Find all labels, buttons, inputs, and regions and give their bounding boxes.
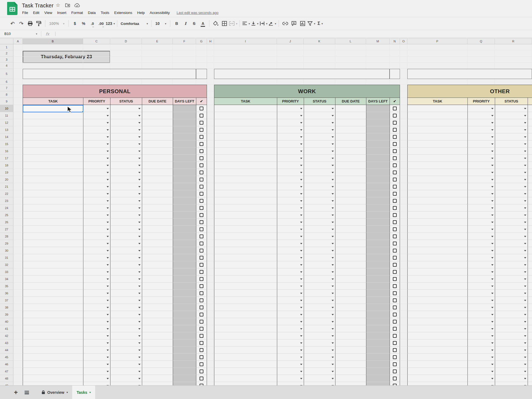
check-cell[interactable] (390, 119, 400, 126)
dropdown-arrow-icon[interactable] (332, 286, 334, 287)
dropdown-arrow-icon[interactable] (300, 257, 302, 259)
task-checkbox[interactable] (200, 263, 203, 267)
dropdown-arrow-icon[interactable] (300, 300, 302, 301)
due-date-cell[interactable] (528, 318, 532, 325)
status-cell[interactable] (110, 275, 142, 283)
dropdown-arrow-icon[interactable] (107, 172, 109, 173)
row-header-43[interactable]: 43 (0, 339, 13, 347)
dropdown-arrow-icon[interactable] (300, 222, 302, 223)
column-header-H[interactable]: H (207, 38, 214, 44)
task-checkbox[interactable] (393, 256, 397, 260)
task-checkbox[interactable] (200, 213, 203, 217)
status-cell[interactable] (304, 290, 335, 297)
dropdown-arrow-icon[interactable] (332, 165, 334, 166)
status-cell[interactable] (110, 155, 142, 162)
dropdown-arrow-icon[interactable] (491, 371, 493, 372)
dropdown-arrow-icon[interactable] (138, 286, 141, 287)
status-cell[interactable] (495, 325, 528, 332)
check-cell[interactable] (196, 290, 207, 297)
task-cell[interactable] (407, 126, 467, 133)
dropdown-arrow-icon[interactable] (107, 307, 109, 308)
menu-accessibility[interactable]: Accessibility (147, 10, 172, 16)
sheet-tab-menu-icon[interactable]: ▾ (89, 391, 91, 394)
column-header-C[interactable]: C (83, 38, 110, 44)
dropdown-arrow-icon[interactable] (138, 108, 141, 109)
dropdown-arrow-icon[interactable] (332, 229, 334, 230)
name-box[interactable]: B10 ▾ (0, 32, 41, 36)
due-date-cell[interactable] (528, 190, 532, 197)
task-cell[interactable] (214, 219, 277, 226)
task-checkbox[interactable] (200, 277, 203, 281)
dropdown-arrow-icon[interactable] (524, 108, 526, 109)
dropdown-arrow-icon[interactable] (332, 151, 334, 152)
dropdown-arrow-icon[interactable] (300, 151, 302, 152)
dropdown-arrow-icon[interactable] (332, 321, 334, 322)
task-checkbox[interactable] (200, 156, 203, 160)
priority-cell[interactable] (277, 311, 304, 318)
dropdown-arrow-icon[interactable] (107, 364, 109, 365)
check-cell[interactable] (196, 140, 207, 148)
task-checkbox[interactable] (200, 199, 203, 203)
status-cell[interactable] (495, 297, 528, 304)
dropdown-arrow-icon[interactable] (332, 115, 334, 116)
status-cell[interactable] (110, 169, 142, 176)
days-left-cell[interactable] (366, 240, 390, 247)
task-cell[interactable] (407, 332, 467, 339)
row-header-5[interactable]: 5 (0, 69, 13, 79)
check-cell[interactable] (196, 261, 207, 268)
add-sheet-button[interactable]: + (10, 386, 21, 399)
task-checkbox[interactable] (200, 369, 203, 373)
dropdown-arrow-icon[interactable] (524, 307, 526, 308)
dropdown-arrow-icon[interactable] (300, 350, 302, 351)
days-left-cell[interactable] (173, 304, 196, 311)
priority-cell[interactable] (277, 261, 304, 268)
task-checkbox[interactable] (393, 348, 397, 352)
days-left-cell[interactable] (173, 162, 196, 169)
check-cell[interactable] (390, 140, 400, 148)
due-date-cell[interactable] (528, 361, 532, 368)
check-cell[interactable] (196, 219, 207, 226)
days-left-cell[interactable] (366, 133, 390, 140)
days-left-cell[interactable] (173, 226, 196, 233)
row-header-11[interactable]: 11 (0, 112, 13, 119)
dropdown-arrow-icon[interactable] (138, 264, 141, 266)
text-rotation-icon[interactable]: ▾ (268, 19, 276, 28)
undo-icon[interactable]: ↶ (8, 19, 17, 28)
task-cell[interactable] (23, 368, 83, 375)
dropdown-arrow-icon[interactable] (524, 342, 526, 344)
priority-cell[interactable] (83, 133, 110, 140)
task-cell[interactable] (23, 247, 83, 254)
check-cell[interactable] (196, 162, 207, 169)
days-left-cell[interactable] (173, 240, 196, 247)
task-cell[interactable] (214, 354, 277, 361)
dropdown-arrow-icon[interactable] (107, 136, 109, 138)
priority-cell[interactable] (83, 368, 110, 375)
days-left-cell[interactable] (173, 119, 196, 126)
task-cell[interactable] (407, 162, 467, 169)
status-cell[interactable] (495, 233, 528, 240)
task-checkbox[interactable] (200, 114, 203, 118)
task-cell[interactable] (407, 183, 467, 190)
dropdown-arrow-icon[interactable] (524, 215, 526, 216)
task-checkbox[interactable] (393, 199, 397, 203)
task-checkbox[interactable] (200, 377, 203, 380)
column-header-O[interactable]: O (400, 38, 407, 44)
task-checkbox[interactable] (393, 114, 397, 118)
task-checkbox[interactable] (393, 171, 397, 174)
status-cell[interactable] (304, 112, 335, 119)
days-left-cell[interactable] (173, 169, 196, 176)
priority-cell[interactable] (83, 382, 110, 385)
check-cell[interactable] (390, 347, 400, 354)
dropdown-arrow-icon[interactable] (107, 371, 109, 372)
due-date-cell[interactable] (335, 183, 366, 190)
dropdown-arrow-icon[interactable] (332, 342, 334, 344)
status-cell[interactable] (495, 169, 528, 176)
status-cell[interactable] (304, 325, 335, 332)
priority-cell[interactable] (467, 212, 495, 219)
dropdown-arrow-icon[interactable] (332, 371, 334, 372)
task-checkbox[interactable] (200, 320, 203, 324)
priority-cell[interactable] (277, 119, 304, 126)
check-cell[interactable] (390, 297, 400, 304)
dropdown-arrow-icon[interactable] (491, 151, 493, 152)
dropdown-arrow-icon[interactable] (138, 321, 141, 322)
